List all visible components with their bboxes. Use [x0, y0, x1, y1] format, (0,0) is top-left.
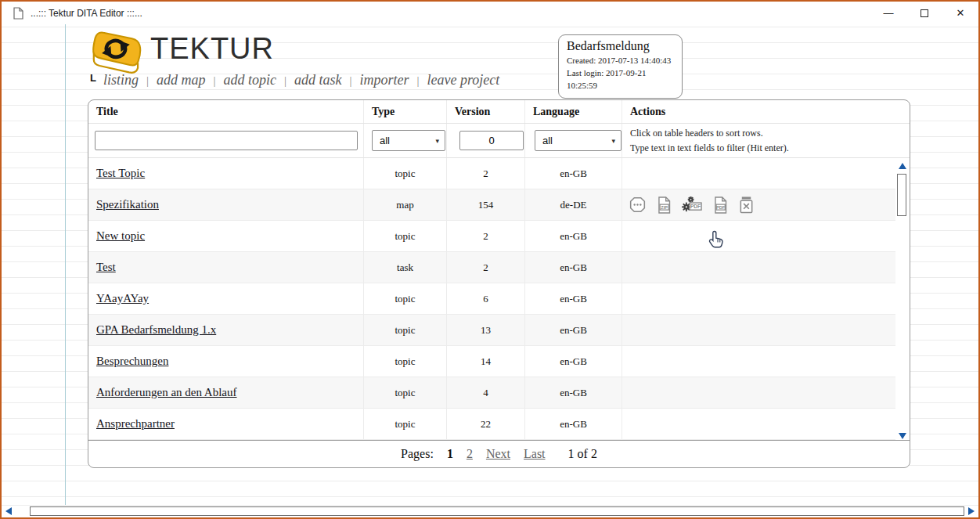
- row-version: 13: [447, 315, 525, 345]
- nav-separator: |: [284, 74, 286, 88]
- download-pdf-icon[interactable]: PDF: [712, 196, 729, 214]
- app-window: ...::: Tektur DITA Editor :::... — ✕ TEK…: [0, 0, 980, 519]
- row-language: en-GB: [525, 346, 622, 377]
- row-version: 22: [447, 409, 525, 439]
- notebook-margin-line: [65, 24, 66, 505]
- column-header-language[interactable]: Language: [525, 100, 622, 123]
- row-version: 154: [447, 189, 525, 220]
- maximize-button[interactable]: [906, 2, 942, 24]
- row-version: 6: [447, 283, 525, 314]
- page-status: 1 of 2: [568, 447, 597, 461]
- row-title-link[interactable]: Anforderungen an den Ablauf: [96, 386, 237, 399]
- window-title: ...::: Tektur DITA Editor :::...: [31, 8, 142, 19]
- row-language: en-GB: [525, 315, 622, 345]
- row-language: en-GB: [525, 283, 622, 314]
- language-filter-value: all: [542, 135, 553, 146]
- row-title-link[interactable]: Spezifikation: [96, 198, 159, 211]
- row-type: topic: [364, 221, 447, 251]
- minimize-button[interactable]: —: [870, 2, 906, 24]
- table-row: Besprechungen topic 14 en-GB: [88, 346, 895, 377]
- scroll-down-arrow-icon[interactable]: [899, 433, 906, 439]
- language-filter-select[interactable]: all: [535, 130, 622, 151]
- row-version: 2: [447, 158, 525, 189]
- column-header-title[interactable]: Title: [88, 100, 364, 123]
- project-name: Bedarfsmeldung: [567, 39, 674, 53]
- project-last-login: Last login: 2017-09-21 10:25:59: [567, 67, 674, 92]
- nav-separator: |: [146, 74, 149, 88]
- version-filter-input[interactable]: [459, 131, 524, 150]
- row-type: topic: [364, 283, 447, 314]
- row-language: en-GB: [525, 409, 622, 439]
- page-background: TEKTUR Bedarfsmeldung Created: 2017-07-1…: [2, 24, 978, 505]
- scrollbar-thumb[interactable]: [897, 174, 906, 216]
- row-type: map: [364, 189, 447, 220]
- pages-label: Pages:: [401, 447, 434, 461]
- generate-pdf-icon[interactable]: PDF: [682, 196, 703, 214]
- delete-icon[interactable]: [738, 196, 755, 214]
- column-header-type[interactable]: Type: [364, 100, 447, 123]
- table-body: Test Topic topic 2 en-GB Spezifikation m…: [88, 158, 910, 440]
- table-row: Ansprechpartner topic 22 en-GB: [88, 409, 895, 440]
- row-type: topic: [364, 315, 447, 345]
- row-title-link[interactable]: YAayAYay: [96, 292, 149, 305]
- project-created: Created: 2017-07-13 14:40:43: [567, 55, 674, 67]
- row-title-link[interactable]: Besprechungen: [96, 355, 168, 368]
- row-title-link[interactable]: New topic: [96, 229, 145, 243]
- dropdown-arrow-icon: [435, 137, 439, 145]
- nav-item-importer[interactable]: importer: [360, 72, 409, 88]
- help-line-2: Type text in text fields to filter (Hit …: [630, 141, 789, 156]
- row-version: 4: [447, 377, 525, 408]
- table-row: Spezifikation map 154 de-DE: [88, 189, 895, 221]
- brand-name: TEKTUR: [150, 34, 274, 63]
- type-filter-select[interactable]: all: [372, 130, 445, 151]
- help-line-1: Click on table headers to sort rows.: [630, 126, 789, 141]
- zip-label: ZIP: [661, 204, 668, 209]
- scroll-left-arrow-icon[interactable]: [5, 507, 12, 515]
- nav-separator: |: [213, 74, 215, 88]
- nav-item-leave-project[interactable]: leave project: [427, 72, 500, 88]
- nav-item-add-task[interactable]: add task: [294, 72, 342, 88]
- table-row: YAayAYay topic 6 en-GB: [88, 283, 895, 315]
- window-controls: — ✕: [870, 2, 978, 24]
- table-row: Anforderungen an den Ablauf topic 4 en-G…: [88, 377, 895, 409]
- row-type: topic: [364, 409, 447, 439]
- row-language: de-DE: [525, 189, 622, 220]
- row-title-link[interactable]: Test: [96, 261, 116, 274]
- nav-separator: |: [350, 74, 352, 88]
- pagination-bar: Pages: 1 2 Next Last 1 of 2: [88, 440, 910, 467]
- title-filter-input[interactable]: [95, 131, 358, 150]
- table-header-row: Title Type Version Language Actions: [88, 100, 910, 124]
- document-icon: [13, 7, 23, 20]
- page-1-current: 1: [447, 447, 453, 461]
- pdf-label: PDF: [716, 204, 726, 209]
- pdf-label: PDF: [690, 204, 701, 209]
- close-button[interactable]: ✕: [942, 2, 978, 24]
- nav-item-add-map[interactable]: add map: [157, 72, 206, 88]
- last-page-link[interactable]: Last: [524, 447, 546, 461]
- table-row: GPA Bedarfsmeldung 1.x topic 13 en-GB: [88, 315, 895, 346]
- filter-help-text: Click on table headers to sort rows. Typ…: [630, 126, 789, 155]
- table-row: Test task 2 en-GB: [88, 252, 895, 283]
- more-actions-icon[interactable]: [629, 196, 647, 214]
- row-type: topic: [364, 377, 447, 408]
- nav-item-add-topic[interactable]: add topic: [224, 72, 277, 88]
- scroll-right-arrow-icon[interactable]: [968, 507, 975, 515]
- scroll-up-arrow-icon[interactable]: [899, 163, 906, 169]
- horizontal-scrollbar: [2, 505, 978, 517]
- row-actions: ZIP: [622, 189, 895, 220]
- column-header-actions: Actions: [622, 100, 910, 123]
- row-title-link[interactable]: Test Topic: [96, 167, 145, 180]
- row-type: task: [364, 252, 447, 283]
- nav-item-listing[interactable]: listing: [103, 72, 139, 88]
- download-zip-icon[interactable]: ZIP: [656, 196, 672, 214]
- table-row: Test Topic topic 2 en-GB: [88, 158, 895, 189]
- scrollbar-thumb[interactable]: [30, 506, 964, 516]
- row-title-link[interactable]: GPA Bedarfsmeldung 1.x: [96, 323, 216, 337]
- next-page-link[interactable]: Next: [486, 447, 510, 461]
- page-2-link[interactable]: 2: [467, 447, 473, 461]
- row-language: en-GB: [525, 158, 622, 189]
- column-header-version[interactable]: Version: [447, 100, 525, 123]
- row-title-link[interactable]: Ansprechpartner: [96, 417, 175, 431]
- listing-table: Title Type Version Language Actions all: [88, 99, 910, 468]
- type-filter-value: all: [380, 135, 390, 146]
